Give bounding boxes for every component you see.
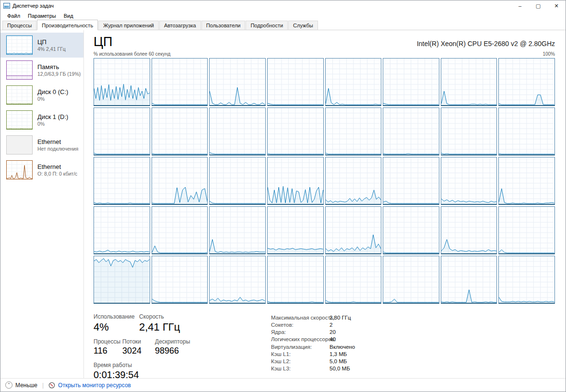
- speed-label: Скорость: [139, 313, 197, 320]
- cpu-core-graph-5[interactable]: [383, 58, 439, 106]
- cpu-core-graph-39[interactable]: [498, 256, 555, 304]
- tab-4[interactable]: Пользователи: [201, 21, 246, 30]
- task-manager-icon: [3, 3, 10, 9]
- cpu-core-graph-33[interactable]: [152, 256, 208, 304]
- memory-mini-chart: [6, 60, 33, 80]
- cpu-core-graph-26[interactable]: [209, 206, 266, 254]
- cpu-core-graph-10[interactable]: [209, 107, 266, 155]
- detail-value: 1,3 МБ: [330, 351, 347, 358]
- cpu-core-graph-4[interactable]: [325, 58, 382, 106]
- cpu-core-graph-35[interactable]: [267, 256, 324, 304]
- less-details-button[interactable]: ⌃ Меньше: [5, 381, 37, 389]
- sidebar-item-disk1[interactable]: Диск 1 (D:) 0%: [0, 107, 83, 132]
- sidebar-item-cpu[interactable]: ЦП 4% 2,41 ГГц: [0, 33, 83, 58]
- detail-row-6: Кэш L2: 5,0 МБ: [271, 358, 355, 365]
- handles-label: Дескрипторы: [155, 338, 198, 345]
- sidebar-item-subtitle: 0%: [37, 96, 68, 102]
- cpu-core-graph-2[interactable]: [209, 58, 266, 106]
- menu-item-1[interactable]: Параметры: [24, 12, 60, 20]
- menu-item-0[interactable]: Файл: [3, 12, 24, 20]
- tab-6[interactable]: Службы: [288, 21, 318, 30]
- menu-item-2[interactable]: Вид: [60, 12, 77, 20]
- sidebar-item-subtitle: О: 8,0 П: 0 кбит/с: [37, 171, 77, 177]
- tab-0[interactable]: Процессы: [2, 21, 36, 30]
- sidebar-item-subtitle: 12,0/63,9 ГБ (19%): [37, 71, 81, 77]
- tab-2[interactable]: Журнал приложений: [98, 21, 159, 30]
- cpu-core-graph-19[interactable]: [267, 157, 324, 205]
- usage-label: Использование: [94, 313, 139, 320]
- sidebar-item-subtitle: 4% 2,41 ГГц: [37, 46, 66, 52]
- title-bar[interactable]: Диспетчер задач – ▢ ✕: [0, 0, 566, 11]
- tab-3[interactable]: Автозагрузка: [159, 21, 201, 30]
- cpu-core-graph-29[interactable]: [383, 206, 439, 254]
- detail-value: Включено: [330, 344, 355, 351]
- speed-value: 2,41 ГГц: [139, 321, 197, 333]
- cpu-core-graph-12[interactable]: [325, 107, 382, 155]
- cpu-core-graph-23[interactable]: [498, 157, 555, 205]
- detail-row-5: Кэш L1: 1,3 МБ: [271, 351, 355, 358]
- cpu-core-graph-7[interactable]: [498, 58, 555, 106]
- sidebar-item-disk0[interactable]: Диск 0 (C:) 0%: [0, 83, 83, 107]
- cpu-core-graph-24[interactable]: [94, 206, 150, 254]
- cpu-core-graph-0[interactable]: [94, 58, 150, 106]
- cpu-core-graph-27[interactable]: [267, 206, 324, 254]
- maximize-button[interactable]: ▢: [529, 0, 547, 11]
- sidebar-item-title: Память: [37, 63, 81, 71]
- processes-value: 116: [94, 346, 122, 356]
- sidebar-item-ethernet2[interactable]: Ethernet О: 8,0 П: 0 кбит/с: [0, 157, 83, 182]
- cpu-core-graph-6[interactable]: [441, 58, 497, 106]
- cpu-core-graph-21[interactable]: [383, 157, 439, 205]
- cpu-core-graph-37[interactable]: [383, 256, 439, 304]
- tab-1[interactable]: Производительность: [37, 20, 98, 30]
- performance-sidebar: ЦП 4% 2,41 ГГц Память 12,0/63,9 ГБ (19%)…: [0, 30, 84, 380]
- sidebar-item-memory[interactable]: Память 12,0/63,9 ГБ (19%): [0, 58, 83, 83]
- open-resource-monitor-link[interactable]: Открыть монитор ресурсов: [48, 382, 131, 389]
- detail-label: Виртуализация:: [271, 344, 330, 351]
- handles-value: 98966: [155, 346, 198, 356]
- close-button[interactable]: ✕: [547, 0, 566, 11]
- cpu-core-graph-17[interactable]: [152, 157, 208, 205]
- window-title: Диспетчер задач: [12, 3, 54, 9]
- sidebar-item-title: Диск 1 (D:): [37, 113, 68, 120]
- tab-5[interactable]: Подробности: [246, 21, 288, 30]
- usage-value: 4%: [94, 321, 139, 333]
- cpu-core-graph-8[interactable]: [94, 107, 150, 155]
- detail-label: Кэш L2:: [271, 358, 330, 365]
- threads-value: 3024: [122, 346, 155, 356]
- sidebar-item-title: Диск 0 (C:): [37, 88, 68, 95]
- cpu-stats: Использование 4% Скорость 2,41 ГГц Проце…: [94, 313, 555, 380]
- detail-row-3: Логических процессоров: 40: [271, 336, 355, 343]
- cpu-core-graph-11[interactable]: [267, 107, 324, 155]
- cpu-core-graph-1[interactable]: [152, 58, 208, 106]
- cpu-core-graph-28[interactable]: [325, 206, 382, 254]
- cpu-core-graph-31[interactable]: [498, 206, 555, 254]
- cpu-core-graph-20[interactable]: [325, 157, 382, 205]
- cpu-core-graph-13[interactable]: [383, 107, 439, 155]
- cpu-core-graph-18[interactable]: [209, 157, 266, 205]
- cpu-core-graph-34[interactable]: [209, 256, 266, 304]
- cpu-core-graph-9[interactable]: [152, 107, 208, 155]
- sidebar-item-ethernet1[interactable]: Ethernet Нет подключения: [0, 132, 83, 157]
- detail-row-2: Ядра: 20: [271, 329, 355, 336]
- cpu-core-graph-30[interactable]: [441, 206, 497, 254]
- cpu-core-graph-16[interactable]: [94, 157, 150, 205]
- cpu-core-graph-15[interactable]: [498, 107, 555, 155]
- detail-value: 50,0 МБ: [330, 365, 350, 372]
- graph-time-label: % использования более 60 секунд: [94, 51, 170, 57]
- cpu-core-graph-14[interactable]: [441, 107, 497, 155]
- cpu-core-graph-32[interactable]: [94, 256, 150, 304]
- minimize-button[interactable]: –: [511, 0, 529, 11]
- cpu-core-graph-25[interactable]: [152, 206, 208, 254]
- cpu-core-graph-38[interactable]: [441, 256, 497, 304]
- detail-value: 5,0 МБ: [330, 358, 347, 365]
- cpu-core-graph-36[interactable]: [325, 256, 382, 304]
- detail-label: Кэш L1:: [271, 351, 330, 358]
- cpu-core-graph-22[interactable]: [441, 157, 497, 205]
- cpu-core-graph-3[interactable]: [267, 58, 324, 106]
- processes-label: Процессы: [94, 338, 122, 345]
- disk0-mini-chart: [6, 85, 33, 105]
- detail-label: Логических процессоров:: [271, 336, 330, 343]
- detail-row-0: Максимальная скорость: 2,80 ГГц: [271, 314, 355, 321]
- cpu-details: Максимальная скорость: 2,80 ГГц Сокетов:…: [271, 313, 355, 380]
- cpu-mini-chart: [6, 36, 33, 55]
